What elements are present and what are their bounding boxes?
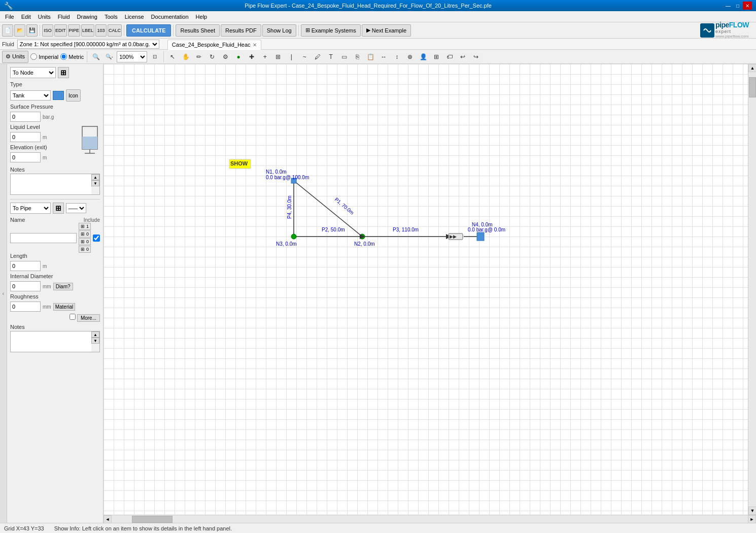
minimize-button[interactable]: — bbox=[724, 2, 733, 10]
more-checkbox[interactable] bbox=[70, 314, 76, 320]
link-tool[interactable]: ⊞ bbox=[272, 51, 284, 62]
surface-pressure-input[interactable] bbox=[10, 112, 41, 122]
text-tool[interactable]: T bbox=[325, 51, 336, 62]
canvas-wrapper[interactable]: SHOW P4, 30.0m P1, 70.0m P2, 50.0m bbox=[104, 64, 748, 515]
type-select[interactable]: Tank Junction bbox=[10, 90, 51, 101]
menu-drawing[interactable]: Drawing bbox=[74, 13, 100, 21]
maximize-button[interactable]: □ bbox=[733, 2, 742, 10]
scroll-left-button[interactable]: ◄ bbox=[104, 515, 112, 523]
liquid-level-input[interactable] bbox=[10, 132, 41, 142]
main-tab[interactable]: Case_24_Bespoke_Fluid_Heac ✕ bbox=[167, 40, 261, 50]
length-input[interactable] bbox=[10, 261, 41, 271]
add-node-button[interactable]: ⊞ bbox=[58, 67, 69, 78]
pipe-draw-tool[interactable]: | bbox=[286, 51, 297, 62]
tag-tool[interactable]: 🏷 bbox=[444, 51, 455, 62]
flip-h-tool[interactable]: ↔ bbox=[378, 51, 389, 62]
new-button[interactable]: 📄 bbox=[2, 24, 13, 37]
open-button[interactable]: 📂 bbox=[14, 24, 25, 37]
zoom-out-button[interactable]: 🔍- bbox=[104, 51, 115, 62]
plus-tool[interactable]: + bbox=[259, 51, 270, 62]
notes2-scroll-down[interactable]: ▼ bbox=[91, 338, 99, 344]
cross-tool[interactable]: ✚ bbox=[246, 51, 257, 62]
show-log-button[interactable]: Show Log bbox=[262, 24, 296, 37]
zoom-fit-button[interactable]: ⊡ bbox=[149, 51, 160, 62]
to-node-select[interactable]: To Node bbox=[10, 67, 56, 78]
zoom-select[interactable]: 100% 50% 75% 125% 150% 200% bbox=[117, 51, 147, 62]
to-pipe-select[interactable]: To Pipe bbox=[10, 203, 51, 214]
material-button[interactable]: Material bbox=[53, 303, 76, 311]
diam-button[interactable]: Diam? bbox=[53, 283, 73, 290]
notes2-input[interactable] bbox=[11, 331, 91, 352]
user-tool[interactable]: 👤 bbox=[418, 51, 429, 62]
103-button[interactable]: 103 bbox=[95, 24, 107, 37]
node-n3[interactable] bbox=[291, 234, 296, 239]
notes-input[interactable] bbox=[11, 174, 91, 194]
results-pdf-button[interactable]: Results PDF bbox=[221, 24, 261, 37]
h-scroll-thumb[interactable] bbox=[132, 516, 173, 523]
icon-button[interactable]: Icon bbox=[66, 89, 81, 102]
select-tool[interactable]: ↖ bbox=[167, 51, 178, 62]
wave-tool[interactable]: ~ bbox=[299, 51, 310, 62]
menu-edit[interactable]: Edit bbox=[18, 13, 34, 21]
redo-button[interactable]: ↪ bbox=[470, 51, 482, 62]
rect-select-tool[interactable]: ▭ bbox=[338, 51, 350, 62]
group-tool[interactable]: ⊞ bbox=[431, 51, 442, 62]
node-n4[interactable] bbox=[477, 232, 484, 241]
roughness-input[interactable] bbox=[10, 302, 41, 312]
pipe-button[interactable]: PIPE bbox=[68, 24, 81, 37]
zoom-in-button[interactable]: 🔍 bbox=[90, 51, 101, 62]
scroll-thumb-v[interactable] bbox=[749, 77, 756, 97]
copy-tool[interactable]: ⎘ bbox=[352, 51, 363, 62]
scroll-down-button[interactable]: ▼ bbox=[748, 507, 756, 515]
menu-documentation[interactable]: Documentation bbox=[148, 13, 192, 21]
include-checkbox[interactable] bbox=[93, 235, 100, 242]
vertical-scrollbar[interactable]: ▲ ▼ bbox=[748, 64, 756, 515]
name-input[interactable] bbox=[10, 233, 77, 243]
menu-units[interactable]: Units bbox=[35, 13, 54, 21]
metric-radio[interactable]: Metric bbox=[60, 53, 84, 60]
menu-license[interactable]: License bbox=[122, 13, 147, 21]
scroll-right-button[interactable]: ► bbox=[748, 515, 756, 523]
zoom-area-tool[interactable]: ⊕ bbox=[404, 51, 416, 62]
notes2-scroll-up[interactable]: ▲ bbox=[91, 331, 99, 338]
scroll-down[interactable]: ▼ bbox=[91, 180, 99, 186]
undo-button[interactable]: ↩ bbox=[457, 51, 468, 62]
flip-v-tool[interactable]: ↕ bbox=[391, 51, 402, 62]
horizontal-scrollbar[interactable]: ◄ ► bbox=[104, 515, 756, 523]
save-button[interactable]: 💾 bbox=[26, 24, 38, 37]
results-sheet-button[interactable]: Results Sheet bbox=[176, 24, 219, 37]
iso-button[interactable]: ISO bbox=[42, 24, 53, 37]
next-example-button[interactable]: ▶ Next Example bbox=[362, 24, 411, 37]
elevation-input[interactable] bbox=[10, 152, 41, 162]
rotate-tool[interactable]: ↻ bbox=[207, 51, 218, 62]
scroll-track-v[interactable] bbox=[748, 72, 756, 507]
label-button[interactable]: LBEL bbox=[81, 24, 94, 37]
scroll-up-button[interactable]: ▲ bbox=[748, 64, 756, 72]
example-systems-button[interactable]: ⊞ Example Systems bbox=[301, 24, 361, 37]
line-style-select[interactable]: —— bbox=[66, 203, 86, 213]
scroll-up[interactable]: ▲ bbox=[91, 174, 99, 180]
paste-tool[interactable]: 📋 bbox=[365, 51, 376, 62]
circle-tool[interactable]: ● bbox=[233, 51, 244, 62]
menu-file[interactable]: File bbox=[2, 13, 17, 21]
imperial-radio[interactable]: Imperial bbox=[30, 53, 58, 60]
calc-icon-button[interactable]: CALC bbox=[108, 24, 122, 37]
pencil-tool[interactable]: 🖊 bbox=[312, 51, 323, 62]
fluid-select[interactable]: Zone 1: Not specified [900.000000 kg/m³ … bbox=[17, 40, 159, 49]
settings-tool[interactable]: ⚙ bbox=[220, 51, 231, 62]
menu-tools[interactable]: Tools bbox=[101, 13, 121, 21]
edit-button[interactable]: EDIT bbox=[54, 24, 67, 37]
color-swatch[interactable] bbox=[53, 91, 64, 100]
panel-collapse[interactable]: ‹ bbox=[0, 64, 7, 523]
menu-help[interactable]: Help bbox=[193, 13, 211, 21]
units-button[interactable]: ⚙ Units bbox=[2, 51, 28, 63]
menu-fluid[interactable]: Fluid bbox=[55, 13, 73, 21]
h-scroll-track[interactable] bbox=[112, 515, 748, 523]
id-input[interactable] bbox=[10, 281, 41, 291]
close-button[interactable]: ✕ bbox=[743, 2, 752, 10]
calculate-button[interactable]: CALCULATE bbox=[126, 24, 171, 37]
add-pipe-button[interactable]: ⊞ bbox=[53, 203, 64, 214]
tab-close-icon[interactable]: ✕ bbox=[253, 42, 257, 48]
more-button[interactable]: More... bbox=[77, 314, 100, 322]
draw-tool[interactable]: ✏ bbox=[193, 51, 204, 62]
